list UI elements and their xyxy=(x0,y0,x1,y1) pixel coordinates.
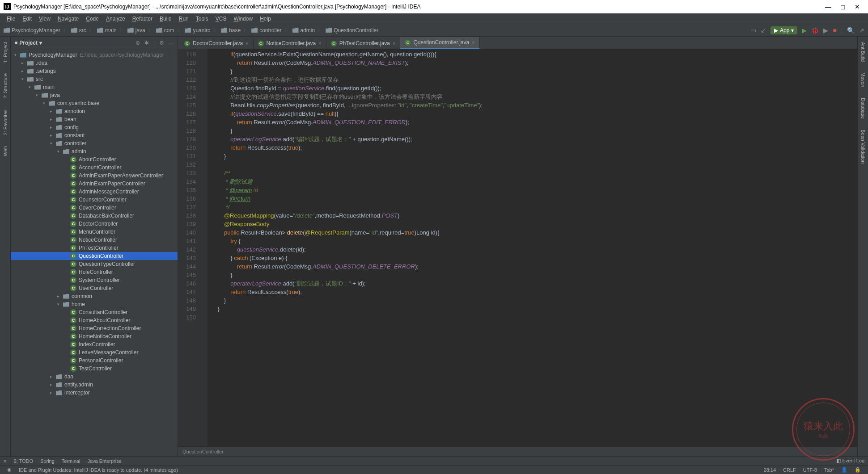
menu-build[interactable]: Build xyxy=(157,15,175,23)
back-icon[interactable]: ↙ xyxy=(761,27,766,34)
menu-view[interactable]: View xyxy=(36,15,54,23)
tree-item-AccountController[interactable]: CAccountController xyxy=(11,164,178,172)
tree-item-CounselorController[interactable]: CCounselorController xyxy=(11,196,178,204)
tree-item-AboutController[interactable]: CAboutController xyxy=(11,155,178,164)
fold-gutter[interactable] xyxy=(200,49,207,446)
line-separator[interactable]: CRLF xyxy=(783,467,796,473)
close-icon[interactable]: × xyxy=(246,41,248,46)
tree-item-QuestionTypeController[interactable]: CQuestionTypeController xyxy=(11,260,178,268)
tree-item-TestController[interactable]: CTestController xyxy=(11,365,178,373)
tree-item-src[interactable]: ▾src xyxy=(11,75,178,83)
tree-item-UserController[interactable]: CUserController xyxy=(11,284,178,292)
crumb-controller[interactable]: controller xyxy=(259,27,281,34)
tool-window-bars-icon[interactable]: ≡ xyxy=(4,458,6,464)
inspection-icon[interactable]: 👤 xyxy=(841,467,847,473)
tree-item-admin[interactable]: ▾admin xyxy=(11,147,178,155)
left-tab-project[interactable]: 1: Project xyxy=(2,38,9,66)
tree-item-bean[interactable]: ▸bean xyxy=(11,115,178,123)
tree-item-HomeCorrectionController[interactable]: CHomeCorrectionController xyxy=(11,324,178,332)
editor-breadcrumb[interactable]: QuestionController xyxy=(178,446,857,456)
encoding[interactable]: UTF-8 xyxy=(803,467,817,473)
run-config-selector[interactable]: ▶ App ▾ xyxy=(771,26,797,34)
bottom-tab-spring[interactable]: Spring xyxy=(40,458,55,464)
minimize-button[interactable]: — xyxy=(825,3,831,10)
tree-item-PersonalController[interactable]: CPersonalController xyxy=(11,357,178,365)
tree-item-LeaveMessageController[interactable]: CLeaveMessageController xyxy=(11,348,178,357)
project-panel-title[interactable]: ■ Project ▾ xyxy=(14,40,42,46)
bottom-tab-todo[interactable]: 6: TODO xyxy=(13,458,33,464)
menu-refactor[interactable]: Refactor xyxy=(129,15,156,23)
line-gutter[interactable]: 119 120 121 122 123 124 125 126 127 128 … xyxy=(178,49,200,446)
tree-item-PsychologyManager[interactable]: ▾PsychologyManagerE:\idea_space\Psycholo… xyxy=(11,51,178,59)
breadcrumb[interactable]: PsychologyManager〉src〉main〉java〉com〉yuan… xyxy=(4,26,378,34)
maximize-button[interactable]: ◻ xyxy=(840,3,846,10)
tree-item-QuestionController[interactable]: CQuestionController xyxy=(11,252,178,260)
menu-code[interactable]: Code xyxy=(83,15,102,23)
tree-item-main[interactable]: ▾main xyxy=(11,83,178,91)
event-log-button[interactable]: ◧ Event Log xyxy=(836,458,864,464)
menu-help[interactable]: Help xyxy=(257,15,274,23)
tree-item-DatabaseBakController[interactable]: CDatabaseBakController xyxy=(11,212,178,220)
crumb-admin[interactable]: admin xyxy=(301,27,315,34)
tab-PhTestController[interactable]: CPhTestController.java× xyxy=(326,38,401,49)
tab-DoctorController[interactable]: CDoctorController.java× xyxy=(180,38,254,49)
caret-position[interactable]: 28:14 xyxy=(764,467,776,473)
status-message[interactable]: IDE and Plugin Updates: IntelliJ IDEA is… xyxy=(19,467,178,473)
menu-tools[interactable]: Tools xyxy=(193,15,212,23)
settings-button[interactable]: ↗ xyxy=(859,27,864,34)
crumb-yuanlrc[interactable]: yuanlrc xyxy=(193,27,210,34)
debug-button[interactable]: 🐞 xyxy=(811,27,819,34)
tab-QuestionController[interactable]: CQuestionController.java× xyxy=(400,37,479,49)
right-tab-beanvalidation[interactable]: Bean Validation xyxy=(860,126,867,167)
right-tab-maven[interactable]: Maven xyxy=(860,69,867,91)
tree-item-ConsultantController[interactable]: CConsultantController xyxy=(11,308,178,316)
right-tab-antbuild[interactable]: Ant Build xyxy=(860,38,867,65)
menu-file[interactable]: File xyxy=(4,15,18,23)
close-button[interactable]: ✕ xyxy=(855,3,860,10)
tree-item-HomeNoticeController[interactable]: CHomeNoticeController xyxy=(11,332,178,340)
tree-item-HomeAboutController[interactable]: CHomeAboutController xyxy=(11,316,178,324)
tree-item-java[interactable]: ▾java xyxy=(11,91,178,99)
tree-item-common[interactable]: ▸common xyxy=(11,292,178,300)
tree-item-CoverController[interactable]: CCoverController xyxy=(11,204,178,212)
crumb-main[interactable]: main xyxy=(105,27,117,34)
hide-icon[interactable]: — xyxy=(169,40,174,46)
tree-item-SystemController[interactable]: CSystemController xyxy=(11,276,178,284)
settings-icon[interactable]: ⚙ xyxy=(159,40,164,46)
tree-item-annotion[interactable]: ▸annotion xyxy=(11,107,178,115)
tree-item-IndexController[interactable]: CIndexController xyxy=(11,340,178,348)
crumb-PsychologyManager[interactable]: PsychologyManager xyxy=(12,27,60,34)
close-icon[interactable]: × xyxy=(472,40,474,45)
collapse-icon[interactable]: ✱ xyxy=(144,40,149,46)
crumb-com[interactable]: com xyxy=(164,27,174,34)
stop-button[interactable]: ■ xyxy=(833,27,836,34)
tree-item-DoctorController[interactable]: CDoctorController xyxy=(11,220,178,228)
left-tab-structure[interactable]: 2: Structure xyxy=(2,70,9,102)
close-icon[interactable]: × xyxy=(393,41,395,46)
tree-item-settings[interactable]: ▸.settings xyxy=(11,67,178,75)
tab-NoticeController[interactable]: CNoticeController.java× xyxy=(254,38,326,49)
run-coverage-button[interactable]: ▶ xyxy=(823,27,828,34)
tree-item-MenuController[interactable]: CMenuController xyxy=(11,228,178,236)
right-tab-database[interactable]: Database xyxy=(860,94,867,122)
tree-item-AdminExamPaperController[interactable]: CAdminExamPaperController xyxy=(11,180,178,188)
tree-item-RoleController[interactable]: CRoleController xyxy=(11,268,178,276)
run-button[interactable]: ▶ xyxy=(802,27,807,34)
crumb-src[interactable]: src xyxy=(79,27,86,34)
lock-icon[interactable]: 🔒 xyxy=(855,467,861,473)
tree-item-PhTestController[interactable]: CPhTestController xyxy=(11,244,178,252)
tree-item-comyuanlrcbase[interactable]: ▾com.yuanlrc.base xyxy=(11,99,178,107)
locate-icon[interactable]: ⊕ xyxy=(135,40,140,46)
menu-window[interactable]: Window xyxy=(230,15,256,23)
menu-vcs[interactable]: VCS xyxy=(212,15,230,23)
left-tab-favorites[interactable]: 2: Favorites xyxy=(2,106,9,138)
bottom-tab-terminal[interactable]: Terminal xyxy=(62,458,80,464)
tree-item-config[interactable]: ▸config xyxy=(11,123,178,131)
left-tab-web[interactable]: Web xyxy=(2,143,9,159)
project-tree[interactable]: ▾PsychologyManagerE:\idea_space\Psycholo… xyxy=(11,49,178,456)
menu-navigate[interactable]: Navigate xyxy=(55,15,82,23)
tree-item-AdminExamPaperAnswerController[interactable]: CAdminExamPaperAnswerController xyxy=(11,172,178,180)
search-button[interactable]: 🔍 xyxy=(847,27,855,34)
tree-item-idea[interactable]: ▸.idea xyxy=(11,59,178,67)
indent[interactable]: Tab* xyxy=(824,467,834,473)
